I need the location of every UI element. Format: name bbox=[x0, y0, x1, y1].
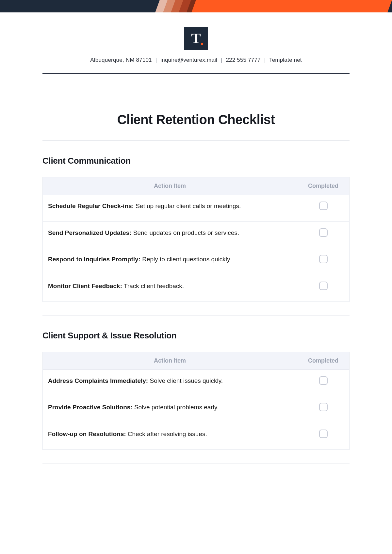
header-divider bbox=[42, 73, 350, 74]
section-heading: Client Support & Issue Resolution bbox=[42, 331, 350, 341]
item-title: Follow-up on Resolutions: bbox=[48, 431, 126, 437]
action-item-cell: Send Personalized Updates: Send updates … bbox=[43, 221, 297, 248]
checkbox[interactable] bbox=[319, 403, 328, 411]
action-item-cell: Respond to Inquiries Promptly: Reply to … bbox=[43, 248, 297, 275]
completed-cell bbox=[297, 423, 350, 450]
contact-phone: 222 555 7777 bbox=[226, 57, 260, 63]
action-item-cell: Address Complaints Immediately: Solve cl… bbox=[43, 369, 297, 396]
action-item-cell: Schedule Regular Check-ins: Set up regul… bbox=[43, 195, 297, 222]
section-client-support: Client Support & Issue Resolution Action… bbox=[42, 331, 350, 450]
item-title: Respond to Inquiries Promptly: bbox=[48, 256, 140, 263]
contact-site: Template.net bbox=[269, 57, 302, 63]
item-title: Provide Proactive Solutions: bbox=[48, 404, 133, 411]
completed-cell bbox=[297, 275, 350, 302]
checkbox[interactable] bbox=[319, 282, 328, 290]
section-heading: Client Communication bbox=[42, 156, 350, 166]
completed-cell bbox=[297, 369, 350, 396]
table-row: Monitor Client Feedback: Track client fe… bbox=[43, 275, 350, 302]
item-desc: Solve client issues quickly. bbox=[148, 377, 223, 384]
section-client-communication: Client Communication Action Item Complet… bbox=[42, 156, 350, 302]
checkbox[interactable] bbox=[319, 202, 328, 210]
contact-address: Albuquerque, NM 87101 bbox=[90, 57, 152, 63]
table-row: Address Complaints Immediately: Solve cl… bbox=[43, 369, 350, 396]
title-divider bbox=[42, 140, 350, 141]
completed-cell bbox=[297, 195, 350, 222]
page-title: Client Retention Checklist bbox=[42, 112, 350, 127]
checkbox[interactable] bbox=[319, 255, 328, 263]
item-title: Address Complaints Immediately: bbox=[48, 377, 148, 384]
checklist-table: Action Item Completed Schedule Regular C… bbox=[42, 177, 350, 302]
item-title: Send Personalized Updates: bbox=[48, 229, 132, 236]
separator-icon: | bbox=[221, 57, 222, 63]
column-header-completed: Completed bbox=[297, 352, 350, 369]
decorative-orange-bar bbox=[191, 0, 392, 12]
column-header-completed: Completed bbox=[297, 177, 350, 195]
item-desc: Check after resolving issues. bbox=[126, 431, 207, 437]
action-item-cell: Provide Proactive Solutions: Solve poten… bbox=[43, 396, 297, 423]
action-item-cell: Follow-up on Resolutions: Check after re… bbox=[43, 423, 297, 450]
separator-icon: | bbox=[155, 57, 157, 63]
item-desc: Solve potential problems early. bbox=[133, 404, 219, 411]
top-banner bbox=[0, 0, 392, 12]
item-title: Monitor Client Feedback: bbox=[48, 283, 122, 289]
item-title: Schedule Regular Check-ins: bbox=[48, 203, 134, 209]
table-row: Schedule Regular Check-ins: Set up regul… bbox=[43, 195, 350, 222]
logo-letter: T bbox=[191, 31, 201, 46]
table-row: Respond to Inquiries Promptly: Reply to … bbox=[43, 248, 350, 275]
column-header-action: Action Item bbox=[43, 352, 297, 369]
section-divider bbox=[42, 315, 350, 316]
logo-dot-icon bbox=[201, 43, 203, 45]
brand-logo: T bbox=[184, 27, 208, 50]
table-row: Send Personalized Updates: Send updates … bbox=[43, 221, 350, 248]
item-desc: Send updates on products or services. bbox=[132, 229, 239, 236]
checkbox[interactable] bbox=[319, 228, 328, 237]
item-desc: Set up regular client calls or meetings. bbox=[134, 203, 241, 209]
checklist-table: Action Item Completed Address Complaints… bbox=[42, 352, 350, 450]
completed-cell bbox=[297, 396, 350, 423]
completed-cell bbox=[297, 248, 350, 275]
separator-icon: | bbox=[264, 57, 266, 63]
table-row: Provide Proactive Solutions: Solve poten… bbox=[43, 396, 350, 423]
checkbox[interactable] bbox=[319, 430, 328, 438]
column-header-action: Action Item bbox=[43, 177, 297, 195]
item-desc: Reply to client questions quickly. bbox=[140, 256, 231, 263]
completed-cell bbox=[297, 221, 350, 248]
contact-line: Albuquerque, NM 87101 | inquire@venturex… bbox=[42, 57, 350, 63]
contact-email: inquire@venturex.mail bbox=[160, 57, 217, 63]
section-divider bbox=[42, 463, 350, 464]
item-desc: Track client feedback. bbox=[122, 283, 184, 289]
table-row: Follow-up on Resolutions: Check after re… bbox=[43, 423, 350, 450]
checkbox[interactable] bbox=[319, 376, 328, 385]
action-item-cell: Monitor Client Feedback: Track client fe… bbox=[43, 275, 297, 302]
